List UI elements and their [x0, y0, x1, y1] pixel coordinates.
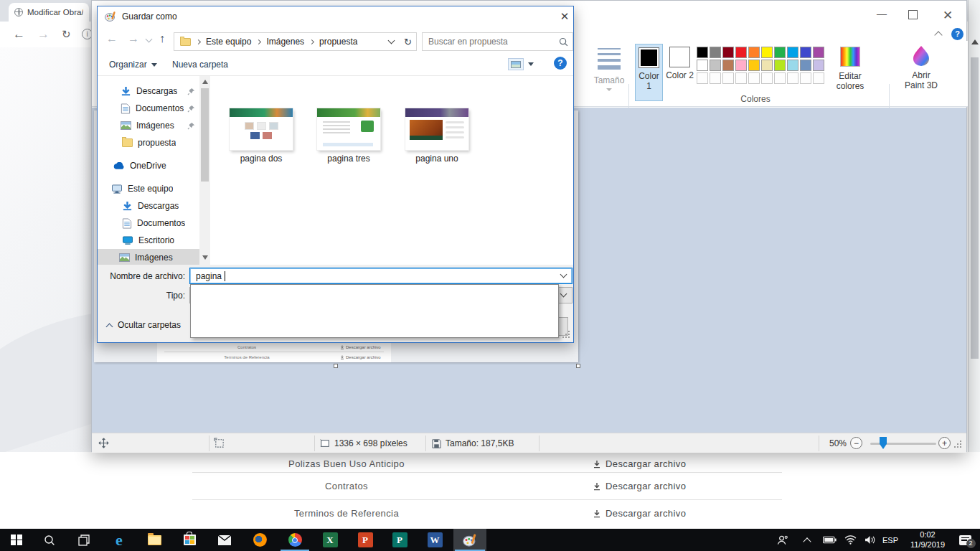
taskbar-file-explorer-icon[interactable]	[138, 529, 171, 551]
dialog-resize-grip[interactable]	[562, 331, 570, 338]
palette-color[interactable]	[761, 47, 773, 58]
browser-forward-button[interactable]: →	[37, 27, 50, 42]
battery-icon[interactable]	[818, 529, 841, 551]
taskbar-search-button[interactable]	[33, 529, 66, 551]
palette-color[interactable]	[722, 47, 734, 58]
view-button[interactable]	[508, 58, 524, 70]
refresh-button[interactable]: ↻	[400, 32, 417, 51]
new-folder-button[interactable]: Nueva carpeta	[172, 57, 228, 72]
dialog-help-button[interactable]: ?	[554, 57, 567, 70]
scrollbar-thumb[interactable]	[971, 57, 979, 359]
palette-color[interactable]	[774, 60, 786, 71]
dialog-forward-button[interactable]: →	[128, 32, 139, 45]
file-name[interactable]: pagina dos	[222, 154, 301, 164]
address-dropdown-arrow[interactable]	[388, 37, 395, 44]
palette-color[interactable]	[697, 60, 708, 71]
palette-color[interactable]	[813, 72, 824, 84]
taskbar-store-icon[interactable]	[173, 529, 206, 551]
sidebar-item-onedrive[interactable]: OneDrive	[100, 157, 198, 174]
taskbar-chrome-icon[interactable]	[278, 529, 311, 551]
people-icon[interactable]	[769, 529, 795, 551]
action-center-button[interactable]: 2	[951, 529, 979, 551]
palette-color[interactable]	[748, 60, 760, 71]
color2-button[interactable]: Color 2	[666, 44, 694, 101]
file-name[interactable]: pagina uno	[397, 154, 476, 164]
taskbar-excel-icon[interactable]: X	[314, 529, 347, 551]
sidebar-scrollbar[interactable]	[199, 76, 210, 265]
palette-color[interactable]	[697, 72, 708, 84]
color1-button[interactable]: Color 1	[635, 44, 663, 101]
browser-back-button[interactable]: ←	[13, 27, 25, 42]
palette-color[interactable]	[722, 72, 734, 84]
scroll-thumb[interactable]	[201, 88, 209, 182]
palette-color[interactable]	[813, 60, 824, 71]
palette-color[interactable]	[800, 72, 811, 84]
sidebar-item-propuesta[interactable]: propuesta	[100, 134, 198, 151]
browser-tab[interactable]: Modificar Obra/	[9, 3, 89, 22]
task-view-button[interactable]	[67, 529, 100, 551]
palette-color[interactable]	[774, 72, 786, 84]
palette-color[interactable]	[735, 60, 747, 71]
palette-color[interactable]	[800, 47, 811, 58]
view-dropdown-arrow[interactable]	[528, 62, 534, 66]
palette-color[interactable]	[710, 47, 721, 58]
help-icon[interactable]: ?	[951, 28, 963, 40]
palette-color[interactable]	[761, 72, 773, 84]
sidebar-item-documentos-2[interactable]: Documentos	[100, 215, 198, 232]
open-paint3d-button[interactable]: Abrir Paint 3D	[894, 42, 948, 104]
search-box[interactable]	[422, 32, 573, 51]
palette-color[interactable]	[735, 47, 747, 58]
close-button[interactable]: ✕	[943, 8, 953, 23]
zoom-out-button[interactable]: −	[850, 437, 862, 449]
canvas-resize-handle-bottom[interactable]	[334, 364, 338, 368]
tray-expand-chevron[interactable]	[796, 529, 818, 551]
scroll-down-arrow[interactable]	[202, 255, 208, 260]
search-icon[interactable]	[559, 37, 568, 47]
scrollbar-up-arrow[interactable]	[971, 39, 979, 44]
palette-color[interactable]	[774, 47, 786, 58]
palette-color[interactable]	[787, 60, 798, 71]
sidebar-item-documentos[interactable]: Documentos	[100, 100, 198, 117]
palette-color[interactable]	[735, 72, 747, 84]
sidebar-item-este-equipo[interactable]: Este equipo	[100, 180, 198, 197]
canvas-resize-handle-corner[interactable]	[576, 364, 580, 368]
browser-reload-button[interactable]: ↻	[62, 28, 71, 41]
taskbar-firefox-icon[interactable]	[243, 529, 276, 551]
palette-color[interactable]	[710, 72, 721, 84]
wifi-icon[interactable]	[839, 529, 861, 551]
sidebar-item-imagenes[interactable]: Imágenes	[100, 117, 198, 134]
search-input[interactable]	[427, 36, 559, 47]
breadcrumb-item[interactable]: propuesta	[319, 37, 357, 47]
palette-color[interactable]	[710, 60, 721, 71]
palette-color[interactable]	[787, 47, 798, 58]
zoom-slider-thumb[interactable]	[880, 437, 887, 449]
sidebar-item-descargas-2[interactable]: Descargas	[100, 197, 198, 215]
up-button[interactable]: ↑	[159, 32, 165, 45]
filetype-dropdown-arrow[interactable]	[560, 291, 567, 298]
palette-color[interactable]	[722, 60, 734, 71]
palette-color[interactable]	[697, 47, 708, 58]
file-thumbnail[interactable]	[230, 108, 293, 150]
breadcrumb-item[interactable]: Imágenes	[266, 37, 304, 47]
palette-color[interactable]	[748, 72, 760, 84]
start-button[interactable]	[0, 529, 33, 551]
address-bar[interactable]: Este equipo Imágenes propuesta	[174, 32, 400, 51]
recent-locations-arrow[interactable]	[146, 39, 151, 42]
download-link[interactable]: Descargar archivo	[593, 458, 686, 469]
palette-color[interactable]	[800, 60, 811, 71]
file-thumbnail[interactable]	[317, 108, 380, 150]
taskbar-word-icon[interactable]: W	[418, 529, 451, 551]
size-button[interactable]: Tamaño	[593, 42, 626, 104]
taskbar-mail-icon[interactable]	[208, 529, 241, 551]
clock[interactable]: 0:02 11/9/2019	[903, 529, 953, 551]
scroll-up-arrow[interactable]	[202, 80, 208, 84]
filename-input[interactable]: pagina	[189, 268, 573, 284]
language-indicator[interactable]: ESP	[878, 529, 903, 551]
filename-dropdown-arrow[interactable]	[560, 271, 567, 278]
window-resize-grip[interactable]	[954, 441, 961, 448]
taskbar-publisher-icon[interactable]: P	[383, 529, 416, 551]
palette-color[interactable]	[813, 47, 824, 58]
dialog-close-button[interactable]: ✕	[557, 9, 573, 24]
taskbar-edge-icon[interactable]: e	[103, 529, 136, 551]
dialog-back-button[interactable]: ←	[106, 32, 118, 45]
